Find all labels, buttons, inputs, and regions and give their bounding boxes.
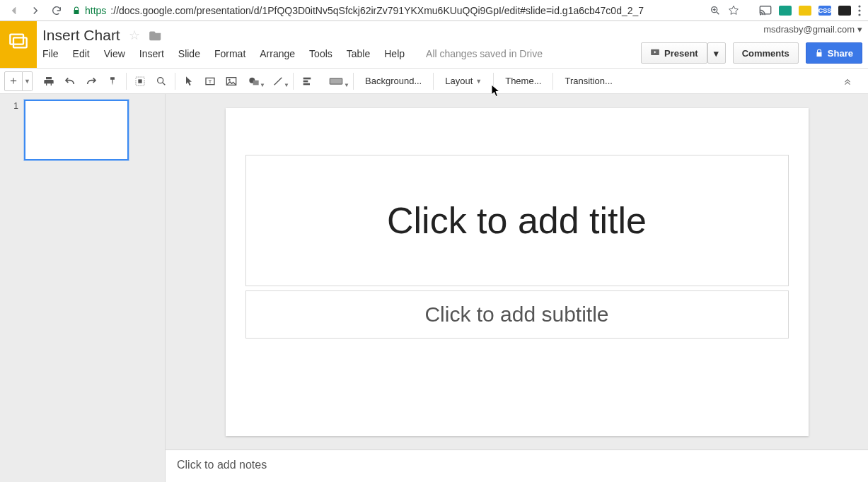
title-placeholder-text: Click to add title <box>387 199 647 242</box>
layout-button[interactable]: Layout▼ <box>436 71 490 91</box>
zoom-button[interactable] <box>151 71 172 91</box>
menu-arrange[interactable]: Arrange <box>260 48 295 59</box>
svg-point-5 <box>760 13 761 15</box>
browser-toolbar: https ://docs.google.com/presentation/d/… <box>0 0 868 21</box>
account-email-text: msdrasby@gmail.com <box>763 24 855 35</box>
play-icon <box>650 48 660 58</box>
reload-button[interactable] <box>47 2 66 19</box>
document-title[interactable]: Insert Chart <box>42 27 120 44</box>
thumbnail-index: 1 <box>11 100 18 160</box>
slide-thumbnail-1[interactable] <box>24 100 129 160</box>
shape-tool[interactable]: ▼ <box>242 71 266 91</box>
svg-rect-25 <box>303 83 310 85</box>
slides-logo[interactable] <box>0 21 37 68</box>
svg-rect-10 <box>13 37 27 47</box>
new-slide-button[interactable]: ＋ <box>4 71 23 91</box>
redo-button[interactable] <box>81 71 102 91</box>
theme-button[interactable]: Theme... <box>497 71 550 91</box>
comments-label: Comments <box>742 48 789 59</box>
svg-rect-24 <box>303 80 308 82</box>
svg-text:T: T <box>209 78 212 85</box>
menu-view[interactable]: View <box>104 48 125 59</box>
title-placeholder[interactable]: Click to add title <box>245 155 789 286</box>
chevron-down-icon: ▾ <box>857 24 862 35</box>
canvas-area: Click to add title Click to add subtitle… <box>166 94 868 482</box>
print-button[interactable] <box>38 71 59 91</box>
svg-rect-23 <box>303 77 311 79</box>
share-button[interactable]: Share <box>806 42 862 64</box>
comments-button[interactable]: Comments <box>733 42 799 64</box>
menu-slide[interactable]: Slide <box>178 48 200 59</box>
menu-format[interactable]: Format <box>214 48 245 59</box>
undo-button[interactable] <box>59 71 81 91</box>
theme-label: Theme... <box>505 76 541 86</box>
menu-table[interactable]: Table <box>347 48 370 59</box>
address-bar[interactable]: https ://docs.google.com/presentation/d/… <box>68 2 708 19</box>
star-document-icon[interactable]: ☆ <box>129 28 140 43</box>
account-email[interactable]: msdrasby@gmail.com ▾ <box>763 24 862 35</box>
background-button[interactable]: Background... <box>357 71 430 91</box>
line-tool[interactable]: ▼ <box>266 71 290 91</box>
slide-thumbnail-panel[interactable]: 1 <box>0 94 166 482</box>
back-button[interactable] <box>4 2 24 19</box>
input-tool[interactable]: ▼ <box>322 71 350 91</box>
star-icon[interactable] <box>728 5 739 16</box>
textbox-tool[interactable]: T <box>199 71 221 91</box>
present-dropdown[interactable]: ▾ <box>707 42 726 64</box>
extension-2-icon[interactable] <box>799 6 811 16</box>
menu-edit[interactable]: Edit <box>73 48 90 59</box>
zoom-icon[interactable] <box>710 5 721 16</box>
share-label: Share <box>828 48 853 59</box>
transition-label: Transition... <box>565 76 612 86</box>
lock-icon <box>72 6 81 16</box>
svg-point-6 <box>858 5 860 7</box>
save-status: All changes saved in Drive <box>426 48 543 59</box>
workspace: 1 Click to add title Click to add subtit… <box>0 94 868 482</box>
menu-tools[interactable]: Tools <box>309 48 332 59</box>
slide-canvas[interactable]: Click to add title Click to add subtitle <box>226 108 809 436</box>
speaker-notes-placeholder: Click to add notes <box>177 459 267 471</box>
new-slide-dropdown[interactable]: ▼ <box>23 71 33 91</box>
present-button-group: Present ▾ <box>641 42 726 64</box>
browser-right-icons: CSS <box>710 5 864 16</box>
cast-icon[interactable] <box>759 6 772 16</box>
lock-icon <box>815 48 823 58</box>
move-folder-icon[interactable] <box>149 30 163 41</box>
extension-1-icon[interactable] <box>779 6 792 16</box>
present-label: Present <box>664 48 698 59</box>
menu-file[interactable]: File <box>42 48 59 59</box>
forward-button[interactable] <box>25 2 45 19</box>
svg-line-1 <box>717 12 719 14</box>
present-button[interactable]: Present <box>641 42 707 64</box>
url-text: ://docs.google.com/presentation/d/1PfQQ3… <box>110 5 644 16</box>
extension-3-icon[interactable] <box>838 6 851 16</box>
canvas-scroll[interactable]: Click to add title Click to add subtitle <box>166 94 868 449</box>
chevron-down-icon: ▼ <box>475 78 482 85</box>
paint-format-button[interactable] <box>102 71 123 91</box>
subtitle-placeholder[interactable]: Click to add subtitle <box>245 290 789 339</box>
svg-point-8 <box>858 13 860 16</box>
chrome-menu-icon[interactable] <box>858 5 861 16</box>
thumbnail-row: 1 <box>11 100 154 160</box>
subtitle-placeholder-text: Click to add subtitle <box>424 302 608 327</box>
fit-button[interactable] <box>129 71 151 91</box>
svg-point-14 <box>158 77 163 83</box>
svg-point-19 <box>228 78 231 81</box>
svg-rect-27 <box>330 78 342 83</box>
url-protocol: https <box>85 5 106 16</box>
svg-line-22 <box>274 77 282 85</box>
background-label: Background... <box>365 76 422 86</box>
select-tool[interactable] <box>178 71 199 91</box>
menu-help[interactable]: Help <box>384 48 405 59</box>
css-extension-icon[interactable]: CSS <box>818 6 831 16</box>
svg-rect-9 <box>10 35 23 45</box>
svg-line-15 <box>163 83 165 85</box>
menu-insert[interactable]: Insert <box>139 48 164 59</box>
align-tool[interactable] <box>296 71 318 91</box>
layout-label: Layout <box>445 76 473 86</box>
image-tool[interactable] <box>221 71 242 91</box>
svg-rect-21 <box>253 80 259 85</box>
speaker-notes[interactable]: Click to add notes <box>166 449 868 482</box>
collapse-toolbar-button[interactable] <box>837 71 858 91</box>
transition-button[interactable]: Transition... <box>556 71 620 91</box>
